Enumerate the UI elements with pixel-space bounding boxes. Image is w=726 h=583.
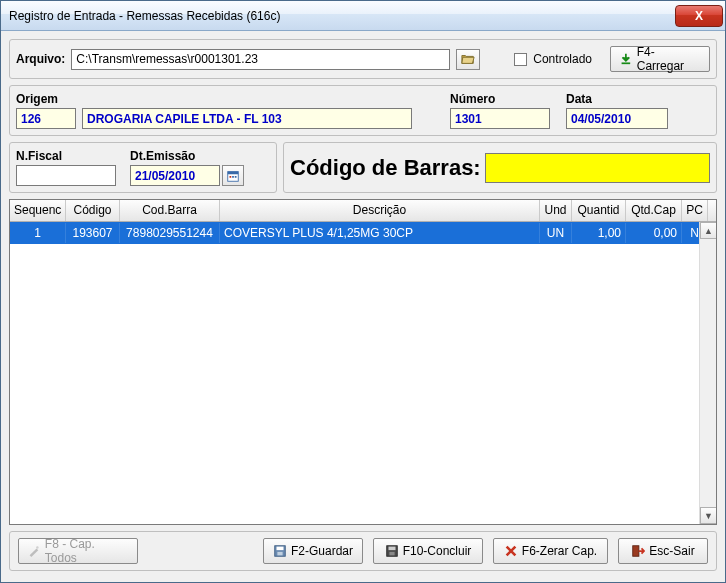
origem-code-field: 126: [16, 108, 76, 129]
nfiscal-label: N.Fiscal: [16, 149, 116, 163]
cap-todos-label: F8 - Cap. Todos: [45, 537, 129, 565]
th-codbarra[interactable]: Cod.Barra: [120, 200, 220, 221]
bottom-bar: F8 - Cap. Todos F2-Guardar F10-Concluir …: [9, 531, 717, 571]
sair-button[interactable]: Esc-Sair: [618, 538, 708, 564]
window-title: Registro de Entrada - Remessas Recebidas…: [9, 9, 280, 23]
cell-seq: 1: [10, 223, 66, 243]
emissao-label: Dt.Emissão: [130, 149, 244, 163]
numero-label: Número: [450, 92, 550, 106]
file-label: Arquivo:: [16, 52, 65, 66]
save-icon: [273, 544, 287, 558]
open-file-button[interactable]: [456, 49, 480, 70]
th-quantid[interactable]: Quantid: [572, 200, 626, 221]
vertical-scrollbar[interactable]: ▲ ▼: [699, 222, 716, 524]
svg-point-5: [36, 546, 38, 548]
svg-rect-2: [230, 176, 232, 178]
wand-icon: [27, 544, 41, 558]
guardar-label: F2-Guardar: [291, 544, 353, 558]
barcode-groupbox: Código de Barras:: [283, 142, 717, 193]
download-arrow-icon: [619, 52, 633, 66]
folder-open-icon: [461, 52, 475, 66]
close-icon: X: [695, 9, 703, 23]
cell-cod: 193607: [66, 223, 120, 243]
th-und[interactable]: Und: [540, 200, 572, 221]
svg-rect-1: [228, 171, 239, 174]
svg-rect-11: [389, 552, 394, 556]
exit-icon: [631, 544, 645, 558]
cell-qtd: 1,00: [572, 223, 626, 243]
app-window: Registro de Entrada - Remessas Recebidas…: [0, 0, 726, 583]
content-area: Arquivo: Controlado F4-Carregar Origem: [1, 31, 725, 579]
svg-rect-3: [232, 176, 234, 178]
emissao-date-button[interactable]: [222, 165, 244, 186]
cell-barra: 7898029551244: [120, 223, 220, 243]
origem-name-field: DROGARIA CAPILE LTDA - FL 103: [82, 108, 412, 129]
cell-und: UN: [540, 223, 572, 243]
concluir-button[interactable]: F10-Concluir: [373, 538, 483, 564]
svg-rect-7: [276, 547, 283, 551]
controlado-checkbox[interactable]: [514, 53, 527, 66]
data-field: 04/05/2010: [566, 108, 668, 129]
table-header: Sequenc Código Cod.Barra Descrição Und Q…: [10, 200, 716, 222]
svg-rect-4: [235, 176, 237, 178]
cap-todos-button: F8 - Cap. Todos: [18, 538, 138, 564]
calendar-icon: [226, 169, 240, 183]
sair-label: Esc-Sair: [649, 544, 694, 558]
guardar-button[interactable]: F2-Guardar: [263, 538, 363, 564]
nf-groupbox: N.Fiscal Dt.Emissão 21/05/2010: [9, 142, 277, 193]
carregar-label: F4-Carregar: [637, 45, 701, 73]
emissao-field: 21/05/2010: [130, 165, 220, 186]
floppy-icon: [385, 544, 399, 558]
table-row[interactable]: 1 193607 7898029551244 COVERSYL PLUS 4/1…: [10, 222, 716, 244]
file-input[interactable]: [71, 49, 450, 70]
table-body[interactable]: 1 193607 7898029551244 COVERSYL PLUS 4/1…: [10, 222, 716, 524]
zerar-button[interactable]: F6-Zerar Cap.: [493, 538, 608, 564]
th-codigo[interactable]: Código: [66, 200, 120, 221]
th-qtdcap[interactable]: Qtd.Cap: [626, 200, 682, 221]
nfiscal-input[interactable]: [16, 165, 116, 186]
data-label: Data: [566, 92, 668, 106]
controlado-label: Controlado: [533, 52, 592, 66]
zerar-label: F6-Zerar Cap.: [522, 544, 597, 558]
scroll-up-button[interactable]: ▲: [700, 222, 716, 239]
cell-cap: 0,00: [626, 223, 682, 243]
svg-rect-10: [388, 547, 395, 551]
cell-desc: COVERSYL PLUS 4/1,25MG 30CP: [220, 223, 540, 243]
items-table: Sequenc Código Cod.Barra Descrição Und Q…: [9, 199, 717, 525]
title-bar: Registro de Entrada - Remessas Recebidas…: [1, 1, 725, 31]
barcode-input[interactable]: [485, 153, 710, 183]
concluir-label: F10-Concluir: [403, 544, 472, 558]
svg-rect-8: [277, 552, 282, 556]
file-groupbox: Arquivo: Controlado F4-Carregar: [9, 39, 717, 79]
barcode-label: Código de Barras:: [290, 155, 485, 181]
numero-field: 1301: [450, 108, 550, 129]
header-groupbox: Origem 126 DROGARIA CAPILE LTDA - FL 103…: [9, 85, 717, 136]
origem-label: Origem: [16, 92, 412, 106]
carregar-button[interactable]: F4-Carregar: [610, 46, 710, 72]
th-pc[interactable]: PC: [682, 200, 708, 221]
scroll-down-button[interactable]: ▼: [700, 507, 716, 524]
x-red-icon: [504, 544, 518, 558]
close-button[interactable]: X: [675, 5, 723, 27]
svg-rect-12: [633, 546, 639, 557]
th-sequenc[interactable]: Sequenc: [10, 200, 66, 221]
th-descricao[interactable]: Descrição: [220, 200, 540, 221]
